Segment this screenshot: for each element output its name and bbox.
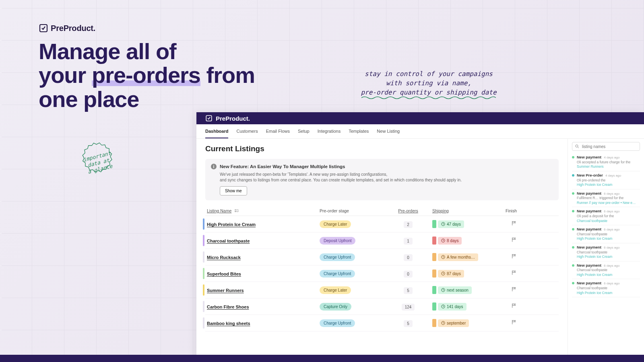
nav-templates[interactable]: Templates [349,125,369,138]
preorder-count: 0 [404,254,413,261]
finish-icon[interactable] [511,303,517,309]
feed-body: Charcoal toothpaste [577,232,640,237]
finish-icon[interactable] [511,270,517,276]
feed-item[interactable]: New payment6 days agoOli paid a deposit … [572,207,640,225]
column-preorders[interactable]: Pre-orders [384,208,432,213]
feed-link[interactable]: High Protein Ice Cream [577,183,640,187]
feed-time: 6 days ago [604,246,619,250]
nav-new-listing[interactable]: New Listing [377,125,400,138]
stage-pill: Deposit Upfront [320,237,355,245]
feed-link[interactable]: High Protein Ice Cream [577,273,640,277]
dashboard-brand: PreProduct. [216,115,250,122]
listing-name-link[interactable]: Charcoal toothpaste [207,239,250,243]
finish-icon[interactable] [511,286,517,292]
shipping-pill: A few months… [438,253,478,261]
feed-link[interactable]: High Protein Ice Cream [577,291,640,295]
nav-dashboard[interactable]: Dashboard [205,125,228,138]
feed-item[interactable]: New Pre-order4 days agoOli pre-ordered t… [572,171,640,189]
activity-feed: New payment4 days agoOli accepted a futu… [568,139,644,362]
preorder-count: 0 [404,271,413,278]
feed-body: Charcoal toothpaste [577,250,640,255]
feed-item[interactable]: New payment6 days agoCharcoal toothpaste… [572,261,640,280]
feature-title: New Feature: An Easier Way To Manager Mu… [220,164,345,169]
listing-row[interactable]: Summer RunnersCharge Later5next season [205,282,559,298]
feed-link[interactable]: Runner // pay now pre-order • New e… [577,201,640,205]
feed-item[interactable]: New payment4 days agoOli accepted a futu… [572,153,640,171]
feed-link[interactable]: High Protein Ice Cream [577,255,640,259]
feed-title: New payment [577,245,601,250]
finish-icon[interactable] [511,220,517,226]
feed-item[interactable]: New payment6 days agoFulfilment R… trigg… [572,189,640,208]
stage-pill: Capture Only [320,303,351,311]
column-stage: Pre-order stage [320,208,384,213]
listing-name-link[interactable]: High Protein Ice Cream [207,222,256,227]
listing-name-link[interactable]: Summer Runners [207,288,244,293]
status-dot-icon [572,282,574,284]
feed-body: Fulfilment R… triggered for the [577,196,640,200]
logo-icon [39,23,48,33]
stage-pill: Charge Upfront [320,319,355,327]
listing-row[interactable]: Carbon Fibre ShoesCapture Only124141 day… [205,298,559,315]
dashboard-panel: PreProduct. DashboardCustomersEmail Flow… [196,112,644,362]
stage-pill: Charge Later [320,220,351,228]
nav-email-flows[interactable]: Email Flows [266,125,290,138]
search-icon [575,144,580,149]
listing-name-link[interactable]: Carbon Fibre Shoes [207,304,249,309]
listing-row[interactable]: Bamboo king sheetsCharge Upfront5septemb… [205,315,559,331]
finish-icon[interactable] [511,237,517,243]
nav-setup[interactable]: Setup [298,125,310,138]
feed-link[interactable]: High Protein Ice Cream [577,237,640,241]
search-listings[interactable] [572,142,640,151]
brand-name: PreProduct. [51,24,95,33]
feed-item[interactable]: New payment6 days agoCharcoal toothpaste… [572,279,640,297]
headline-line-2: your pre-orders from [39,63,255,87]
shipping-bar [432,253,436,261]
status-dot-icon [572,156,574,158]
headline-line-3: one place [39,87,255,111]
listing-row[interactable]: Superfood BitesCharge Upfront087 days [205,265,559,282]
feed-item[interactable]: New payment6 days agoCharcoal toothpaste… [572,225,640,243]
show-me-button[interactable]: Show me [220,186,247,195]
listing-row[interactable]: High Protein Ice CreamCharge Later247 da… [205,216,559,232]
feed-title: New payment [577,209,601,214]
shipping-bar [432,237,436,245]
feed-time: 6 days ago [604,228,619,232]
listing-name-link[interactable]: Bamboo king sheets [207,321,250,326]
footer-bar [0,355,644,362]
listing-name-link[interactable]: Micro Rucksack [207,255,241,260]
listing-row[interactable]: Micro RucksackCharge Upfront0A few month… [205,249,559,265]
listings-table: Listing Name Pre-order stage Pre-orders … [205,206,559,331]
column-shipping[interactable]: Shipping [432,208,493,213]
dashboard-header: PreProduct. [196,112,644,124]
stage-pill: Charge Later [320,286,351,294]
finish-icon[interactable] [511,253,517,259]
brand-logo: PreProduct. [39,23,95,33]
logo-icon [205,115,213,122]
stage-pill: Charge Upfront [320,270,355,278]
finish-icon[interactable] [511,319,517,325]
status-dot-icon [572,174,574,177]
feed-time: 6 days ago [604,282,619,286]
search-input[interactable] [582,144,637,149]
feed-body: Oli accepted a future charge for the [577,160,640,165]
shipping-bar [432,269,436,278]
headline: Manage all of your pre-orders from one p… [39,39,255,111]
column-listing-name[interactable]: Listing Name [207,208,320,213]
shipping-bar [432,220,436,228]
svg-point-9 [576,145,578,147]
headline-line-1: Manage all of [39,39,255,63]
stage-pill: Charge Upfront [320,253,355,261]
feed-title: New Pre-order [577,173,603,178]
feed-item[interactable]: New payment6 days agoCharcoal toothpaste… [572,243,640,261]
shipping-pill: 8 days [438,237,462,245]
listing-row[interactable]: Charcoal toothpasteDeposit Upfront18 day… [205,232,559,249]
feed-link[interactable]: Summer Runners [577,165,640,169]
listing-name-link[interactable]: Superfood Bites [207,272,241,276]
feed-body: Charcoal toothpaste [577,286,640,290]
nav-customers[interactable]: Customers [236,125,258,138]
shipping-bar [432,319,436,327]
tagline: stay in control of your campaigns with s… [344,69,513,97]
shipping-bar [432,286,436,294]
feed-link[interactable]: Charcoal toothpaste [577,219,640,223]
nav-integrations[interactable]: Integrations [318,125,341,138]
